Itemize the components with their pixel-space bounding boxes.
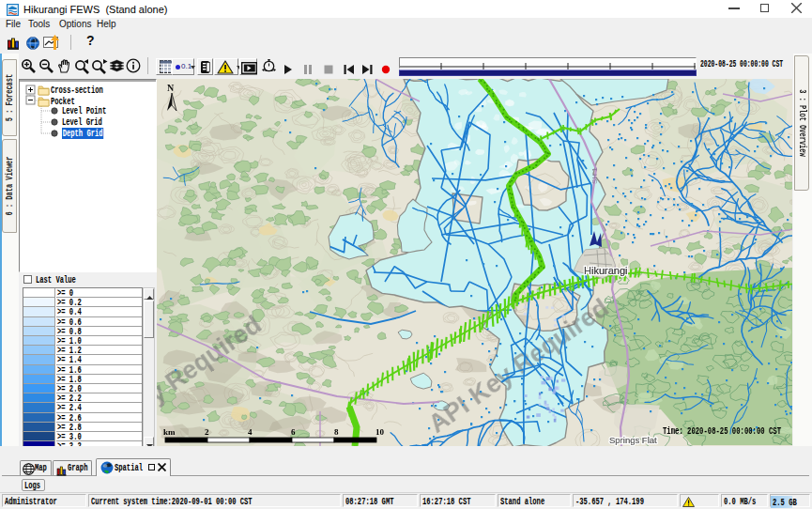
svg-text:6: 6 (291, 427, 296, 437)
svg-text:Springs Flat: Springs Flat (609, 435, 657, 445)
svg-text:10: 10 (375, 427, 385, 437)
svg-text:4: 4 (248, 427, 253, 437)
svg-text:SH 1: SH 1 (590, 167, 599, 184)
svg-text:8: 8 (334, 427, 339, 437)
svg-text:Hikurangi: Hikurangi (584, 265, 627, 276)
svg-text:2: 2 (205, 427, 209, 437)
svg-text:Time: 2020-08-25 00:00:00 CST: Time: 2020-08-25 00:00:00 CST (663, 426, 781, 437)
svg-text:N: N (167, 83, 175, 93)
svg-text:km: km (163, 427, 176, 437)
